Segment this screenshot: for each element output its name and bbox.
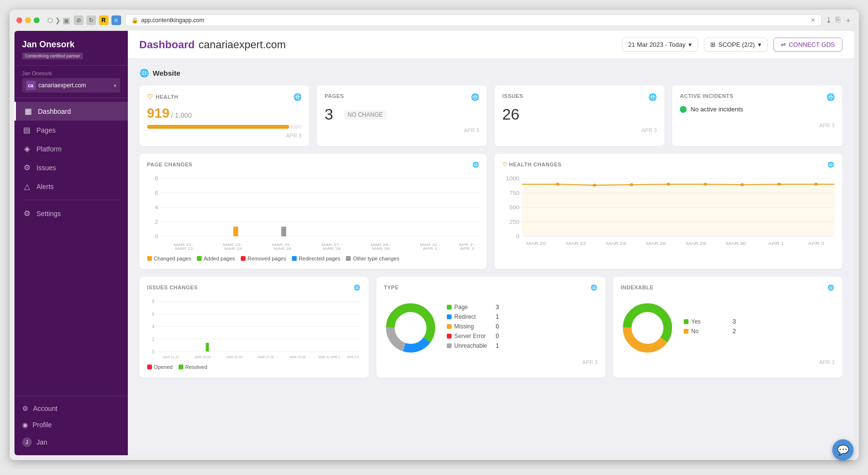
- reload-icon[interactable]: ✕: [811, 17, 815, 24]
- extension-r-icon: R: [99, 15, 109, 25]
- svg-text:6: 6: [152, 312, 154, 317]
- indexable-legend-no: No 2: [684, 328, 736, 335]
- user-avatar: J: [22, 437, 32, 447]
- account-label: Jan Onesork: [22, 70, 120, 76]
- sidebar-item-pages[interactable]: ▤ Pages: [14, 121, 128, 139]
- issues-changes-chart: ISSUES CHANGES 🌐 8 6 4 2 0: [139, 277, 369, 378]
- incidents-label: No active incidents: [690, 106, 743, 113]
- type-chart: TYPE 🌐: [376, 277, 606, 378]
- type-donut: Page 3 Redirect 1 Miss: [384, 297, 598, 359]
- health-card-title: ♡ HEALTH: [147, 93, 179, 100]
- scope-text: SCOPE (2/2): [718, 41, 755, 48]
- pages-date: APR 3: [325, 127, 479, 133]
- legend-redirected-pages: Redirected pages: [292, 256, 340, 261]
- new-tab-icon[interactable]: ＋: [844, 15, 852, 26]
- issues-icon: ⚙: [22, 163, 32, 172]
- issues-changes-title: ISSUES CHANGES 🌐: [147, 285, 361, 291]
- svg-text:MAR 25-26: MAR 25-26: [226, 354, 242, 359]
- indexable-title: INDEXABLE 🌐: [621, 285, 835, 291]
- sidebar-item-alerts[interactable]: △ Alerts: [14, 177, 128, 196]
- address-bar[interactable]: 🔒 app.contentkingapp.com ✕: [125, 14, 822, 26]
- sidebar-item-user[interactable]: J Jan: [14, 433, 128, 451]
- svg-point-75: [396, 313, 425, 342]
- globe-icon: 🌐: [293, 93, 302, 101]
- url-text: app.contentkingapp.com: [141, 17, 205, 24]
- svg-point-38: [592, 184, 596, 187]
- connect-icon: ⇌: [781, 41, 786, 48]
- sidebar-item-platform[interactable]: ◈ Platform: [14, 139, 128, 158]
- sidebar-item-issues[interactable]: ⚙ Issues: [14, 158, 128, 177]
- certified-badge: ContentKing certified partner: [22, 53, 83, 59]
- svg-text:6: 6: [154, 190, 158, 195]
- refresh-icon[interactable]: ↻: [86, 15, 96, 25]
- svg-text:MAR 28: MAR 28: [323, 246, 341, 251]
- back-button[interactable]: ⬡: [47, 16, 53, 25]
- type-date: APR 3: [384, 359, 598, 365]
- svg-text:2: 2: [152, 337, 154, 342]
- no-change-badge: NO CHANGE: [344, 110, 387, 120]
- shield-icon: ⊘: [74, 15, 83, 25]
- indexable-legend: Yes 3 No 2: [684, 318, 736, 338]
- svg-text:MAR 28: MAR 28: [686, 241, 706, 246]
- type-legend-unreachable: Unreachable 1: [447, 342, 499, 349]
- svg-text:MAR 26: MAR 26: [274, 246, 291, 251]
- sidebar-item-label: Issues: [37, 164, 56, 172]
- svg-point-44: [814, 183, 818, 186]
- sidebar-item-profile[interactable]: ◉ Profile: [14, 417, 128, 433]
- main-header: Dashboard canariaexpert.com 21 Mar 2023 …: [128, 31, 854, 59]
- type-legend: Page 3 Redirect 1 Miss: [447, 304, 499, 352]
- svg-text:0: 0: [516, 234, 520, 239]
- svg-text:1000: 1000: [506, 176, 519, 181]
- svg-point-79: [633, 313, 662, 342]
- legend-removed-pages: Removed pages: [241, 256, 286, 261]
- minimize-dot[interactable]: [25, 17, 31, 23]
- legend-other-changes: Other type changes: [346, 256, 399, 261]
- globe-icon: 🌐: [648, 93, 657, 101]
- chevron-down-icon: ▾: [689, 41, 692, 48]
- download-icon[interactable]: ⤓: [826, 15, 832, 26]
- svg-text:750: 750: [509, 190, 519, 195]
- chevron-down-icon: ▾: [114, 83, 116, 88]
- scope-icon: ⊞: [710, 41, 716, 48]
- globe-icon: 🌐: [471, 93, 479, 101]
- health-date: APR 3: [147, 133, 302, 138]
- sidebar-item-dashboard[interactable]: ▦ Dashboard: [14, 102, 128, 121]
- svg-point-41: [703, 183, 707, 186]
- charts-row: PAGE CHANGES 🌐 8 6 4 2 0: [139, 154, 842, 269]
- sidebar: Jan Onesork ContentKing certified partne…: [14, 31, 128, 455]
- sidebar-item-settings[interactable]: ⚙ Settings: [14, 204, 128, 223]
- sidebar-nav: ▦ Dashboard ▤ Pages ◈ Platform ⚙ Issues …: [14, 98, 128, 396]
- sidebar-item-account[interactable]: ⚙ Account: [14, 400, 128, 417]
- domain-selector[interactable]: ca canariaexpert.com ▾: [22, 78, 120, 93]
- close-dot[interactable]: [16, 17, 22, 23]
- svg-text:500: 500: [509, 205, 519, 210]
- domain-avatar: ca: [26, 81, 36, 90]
- active-incidents-card: ACTIVE INCIDENTS 🌐 No active incidents A…: [672, 85, 842, 146]
- sidebar-settings-label: Settings: [37, 210, 61, 217]
- svg-text:8: 8: [154, 176, 158, 181]
- date-range-button[interactable]: 21 Mar 2023 - Today ▾: [622, 38, 698, 52]
- svg-text:MAR 29-30: MAR 29-30: [289, 354, 305, 359]
- forward-button[interactable]: ❯: [55, 16, 61, 25]
- scope-button[interactable]: ⊞ SCOPE (2/2) ▾: [704, 38, 768, 52]
- health-bar: [147, 125, 302, 129]
- chat-icon: 💬: [837, 444, 849, 456]
- chat-button[interactable]: 💬: [832, 439, 854, 461]
- svg-text:MAR 26: MAR 26: [646, 241, 666, 246]
- connect-gds-button[interactable]: ⇌ CONNECT GDS: [773, 38, 842, 52]
- incidents-card-title: ACTIVE INCIDENTS: [680, 93, 733, 99]
- svg-text:8: 8: [152, 299, 154, 304]
- svg-text:4: 4: [152, 324, 154, 329]
- svg-text:MAR 20: MAR 20: [526, 241, 546, 246]
- copy-icon[interactable]: ⎘: [836, 15, 840, 26]
- svg-point-39: [630, 183, 634, 186]
- type-legend-server-error: Server Error 0: [447, 333, 499, 339]
- health-total: / 1,000: [171, 111, 192, 119]
- svg-text:APR 2-3: APR 2-3: [347, 354, 359, 359]
- type-legend-page: Page 3: [447, 304, 499, 311]
- svg-text:MAR 30: MAR 30: [372, 246, 390, 251]
- globe-icon: 🌐: [591, 285, 598, 291]
- issues-value: 26: [502, 106, 520, 123]
- svg-marker-36: [522, 184, 835, 236]
- maximize-dot[interactable]: [34, 17, 40, 23]
